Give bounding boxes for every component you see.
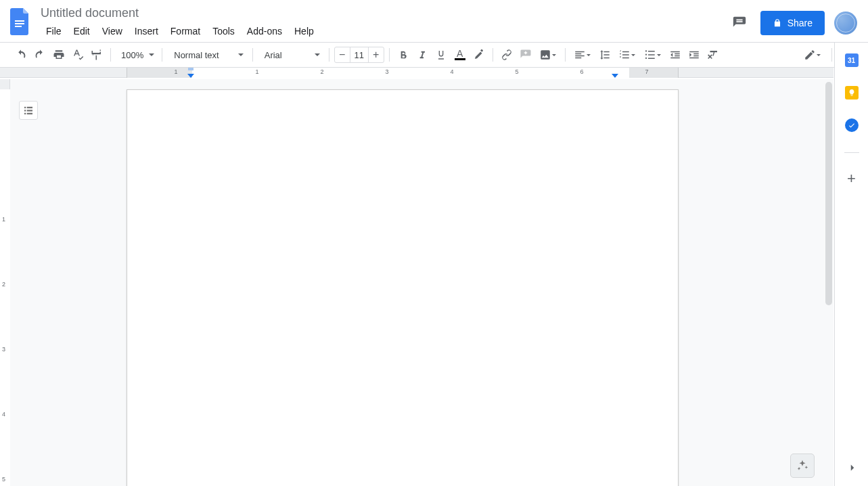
underline-button[interactable]: [432, 46, 450, 64]
chevron-right-icon: [846, 462, 859, 474]
ruler-label: 2: [2, 281, 5, 288]
undo-icon: [15, 49, 27, 61]
align-left-icon: [574, 49, 586, 61]
ruler-label: 1: [174, 68, 177, 75]
redo-button[interactable]: [31, 46, 49, 64]
svg-rect-2: [15, 26, 22, 27]
horizontal-ruler[interactable]: 1 1 2 3 4 5 6 7: [0, 68, 833, 78]
chevron-down-icon: [238, 53, 244, 56]
print-button[interactable]: [50, 46, 68, 64]
ruler-left-margin: [127, 68, 192, 78]
redo-icon: [34, 49, 46, 61]
menu-view[interactable]: View: [97, 23, 128, 39]
sidepanel-divider: [844, 152, 859, 153]
titlebar: Untitled document File Edit View Insert …: [34, 4, 728, 39]
line-spacing-button[interactable]: [596, 46, 614, 64]
left-indent-marker[interactable]: [187, 74, 194, 78]
font-size-input[interactable]: [350, 47, 369, 62]
numbered-list-icon: [618, 49, 631, 61]
ruler-label: 4: [450, 68, 453, 75]
keep-addon-button[interactable]: [845, 86, 859, 100]
print-icon: [53, 49, 65, 61]
ruler-track: 1 1 2 3 4 5 6 7: [127, 68, 679, 78]
menu-addons[interactable]: Add-ons: [242, 23, 288, 39]
menu-help[interactable]: Help: [289, 23, 319, 39]
first-line-indent-marker[interactable]: [188, 68, 193, 70]
chevron-down-icon: [149, 53, 154, 56]
font-size-stepper: − +: [334, 47, 384, 63]
highlight-color-button[interactable]: [470, 46, 488, 64]
editing-mode-dropdown[interactable]: [798, 46, 825, 64]
ruler-label: 3: [2, 346, 5, 353]
paint-roller-icon: [91, 49, 103, 61]
numbered-list-dropdown[interactable]: [615, 46, 639, 64]
menubar: File Edit View Insert Format Tools Add-o…: [41, 23, 728, 39]
lock-icon: [773, 18, 782, 28]
toolbar-separator: [329, 48, 329, 62]
text-color-letter: A: [457, 49, 463, 58]
paint-format-button[interactable]: [88, 46, 106, 64]
docs-logo[interactable]: [7, 4, 34, 39]
show-outline-button[interactable]: [19, 101, 38, 120]
vertical-scrollbar-thumb[interactable]: [825, 82, 832, 305]
text-color-button[interactable]: A: [451, 46, 469, 64]
vertical-ruler[interactable]: 1 2 3 4 5: [0, 79, 10, 486]
italic-icon: [417, 49, 428, 60]
tasks-addon-button[interactable]: [845, 118, 859, 132]
indent-decrease-button[interactable]: [666, 46, 684, 64]
undo-button[interactable]: [12, 46, 30, 64]
paragraph-style-dropdown[interactable]: Normal text: [167, 46, 247, 64]
svg-rect-0: [15, 20, 24, 22]
hide-sidepanel-button[interactable]: [846, 462, 859, 477]
ruler-label: 5: [2, 476, 5, 483]
toolbar-separator: [493, 48, 493, 62]
indent-decrease-icon: [669, 49, 681, 61]
menu-insert[interactable]: Insert: [129, 23, 164, 39]
zoom-dropdown[interactable]: 100%: [116, 46, 157, 64]
get-addons-button[interactable]: +: [845, 172, 859, 185]
calendar-day-label: 31: [848, 57, 855, 64]
toolbar-separator: [252, 48, 253, 62]
menu-format[interactable]: Format: [165, 23, 206, 39]
link-icon: [501, 49, 513, 61]
ruler-label: 1: [255, 68, 258, 75]
italic-button[interactable]: [413, 46, 431, 64]
ruler-label: 3: [385, 68, 388, 75]
add-comment-button[interactable]: [517, 46, 534, 64]
open-comments-button[interactable]: [728, 12, 751, 35]
share-button[interactable]: Share: [760, 11, 825, 35]
document-page[interactable]: [127, 89, 679, 486]
docs-icon: [10, 8, 30, 35]
add-comment-icon: [520, 49, 532, 61]
spellcheck-button[interactable]: [69, 46, 87, 64]
explore-button[interactable]: [790, 454, 815, 478]
menu-tools[interactable]: Tools: [207, 23, 240, 39]
menu-edit[interactable]: Edit: [68, 23, 95, 39]
bold-button[interactable]: [394, 46, 412, 64]
keep-icon: [848, 89, 856, 97]
comment-icon: [732, 16, 747, 30]
chevron-down-icon: [817, 54, 821, 56]
indent-increase-button[interactable]: [685, 46, 703, 64]
bulleted-list-dropdown[interactable]: [641, 46, 665, 64]
header-right: Share: [728, 4, 861, 35]
font-family-dropdown[interactable]: Arial: [258, 46, 324, 64]
insert-image-dropdown[interactable]: [536, 46, 560, 64]
account-avatar[interactable]: [834, 12, 857, 35]
tasks-icon: [848, 121, 856, 129]
underline-icon: [436, 49, 447, 60]
document-title[interactable]: Untitled document: [41, 4, 728, 22]
toolbar: 100% Normal text Arial − + A: [0, 42, 868, 68]
svg-rect-1: [15, 23, 24, 24]
font-size-decrease[interactable]: −: [335, 47, 350, 62]
clear-formatting-button[interactable]: [704, 46, 722, 64]
calendar-addon-button[interactable]: 31: [845, 53, 859, 67]
right-indent-marker[interactable]: [612, 74, 618, 78]
font-family-value: Arial: [265, 50, 282, 60]
font-size-increase[interactable]: +: [369, 47, 384, 62]
outline-icon: [22, 104, 35, 116]
menu-file[interactable]: File: [41, 23, 67, 39]
align-dropdown[interactable]: [570, 46, 595, 64]
paragraph-style-value: Normal text: [174, 50, 219, 60]
insert-link-button[interactable]: [498, 46, 516, 64]
